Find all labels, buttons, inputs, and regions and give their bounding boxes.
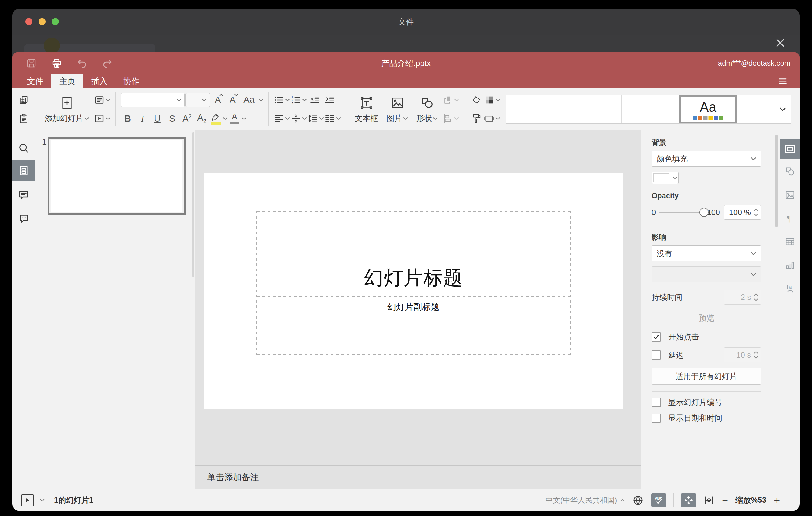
subscript-button[interactable]: A2 xyxy=(195,111,209,126)
change-case-button[interactable]: Aa xyxy=(240,92,263,108)
thumbnails-scrollbar[interactable] xyxy=(192,132,194,277)
superscript-button[interactable]: A2 xyxy=(180,111,194,126)
fit-to-slide-button[interactable] xyxy=(681,493,696,507)
tab-home[interactable]: 主页 xyxy=(51,74,83,88)
save-icon[interactable] xyxy=(26,58,37,69)
show-slide-number-checkbox[interactable]: 显示幻灯片编号 xyxy=(651,397,761,407)
theme-option-selected[interactable]: Aa xyxy=(679,95,737,123)
subtitle-placeholder[interactable]: 幻灯片副标题 xyxy=(256,297,571,355)
show-date-time-checkbox[interactable]: 显示日期和时间 xyxy=(651,413,761,423)
minimize-window-button[interactable] xyxy=(38,18,46,25)
bullets-button[interactable] xyxy=(274,92,290,108)
underline-button[interactable]: U xyxy=(150,111,165,126)
menu-icon[interactable] xyxy=(778,77,788,86)
title-placeholder[interactable]: 幻灯片标题 xyxy=(256,211,571,297)
increase-font-button[interactable]: A xyxy=(211,92,225,108)
start-slideshow-statusbar-button[interactable] xyxy=(21,494,34,506)
insert-shape-button[interactable]: 形状 xyxy=(413,91,441,128)
tab-insert[interactable]: 插入 xyxy=(83,74,115,88)
undo-icon[interactable] xyxy=(77,58,88,69)
font-size-select[interactable] xyxy=(185,93,210,107)
slide-size-button[interactable] xyxy=(484,111,500,126)
columns-icon xyxy=(324,113,335,124)
paste-button[interactable] xyxy=(17,111,31,126)
delay-checkbox[interactable]: 延迟 10 s xyxy=(651,347,761,362)
horizontal-align-button[interactable] xyxy=(274,111,290,126)
slide-thumbnail-1[interactable] xyxy=(48,137,186,215)
comments-icon[interactable] xyxy=(18,190,29,201)
vertical-align-button[interactable] xyxy=(291,111,307,126)
fit-to-width-icon[interactable] xyxy=(703,495,715,506)
add-slide-button[interactable]: 添加幻灯片 xyxy=(41,91,93,128)
start-on-click-checkbox[interactable]: 开始点击 xyxy=(651,332,761,342)
paragraph-settings-icon[interactable]: ¶ xyxy=(785,213,796,224)
chevron-down-icon[interactable] xyxy=(40,499,45,502)
slides-panel-toggle-active[interactable] xyxy=(12,160,35,181)
line-spacing-button[interactable] xyxy=(308,111,324,126)
font-color-button[interactable]: A xyxy=(228,111,246,126)
zoom-window-button[interactable] xyxy=(52,18,59,25)
close-window-button[interactable] xyxy=(25,18,32,25)
copy-style-button[interactable] xyxy=(469,111,484,126)
notes-area[interactable]: 单击添加备注 xyxy=(195,465,641,489)
language-selector[interactable]: 中文(中华人民共和国) xyxy=(546,495,625,505)
settings-scrollbar[interactable] xyxy=(775,135,778,227)
search-icon[interactable] xyxy=(18,143,29,154)
highlight-color-button[interactable] xyxy=(209,111,228,126)
theme-option[interactable] xyxy=(564,95,622,123)
decrease-indent-button[interactable] xyxy=(308,92,322,108)
apply-to-all-slides-button[interactable]: 适用于所有幻灯片 xyxy=(651,368,761,384)
opacity-input[interactable]: 100 % xyxy=(724,205,761,220)
slide-settings-tab-active[interactable] xyxy=(780,139,800,159)
image-settings-icon[interactable] xyxy=(785,190,796,201)
background-fill-select[interactable]: 颜色填充 xyxy=(651,151,761,167)
redo-icon[interactable] xyxy=(102,58,113,69)
copy-button[interactable] xyxy=(17,92,31,108)
slideshow-icon xyxy=(94,113,105,124)
bold-button[interactable]: B xyxy=(121,111,135,126)
tab-file[interactable]: 文件 xyxy=(19,74,51,88)
spell-check-toggle[interactable]: ABC xyxy=(651,493,666,507)
increase-indent-button[interactable] xyxy=(322,92,337,108)
opacity-slider[interactable] xyxy=(659,212,704,213)
clear-style-button[interactable] xyxy=(469,92,484,108)
italic-button[interactable]: I xyxy=(136,111,150,126)
theme-option[interactable] xyxy=(622,95,679,123)
print-icon[interactable] xyxy=(51,58,62,69)
font-name-select[interactable] xyxy=(121,93,185,107)
align-shape-button[interactable] xyxy=(443,111,459,126)
chat-icon[interactable] xyxy=(18,213,29,224)
transition-effect-select[interactable]: 没有 xyxy=(651,245,761,261)
main-area: 1 幻灯片标题 幻灯片副标题 单击添加备注 背景 xyxy=(12,130,800,489)
zoom-out-button[interactable]: − xyxy=(722,495,728,506)
stepper-arrows-icon xyxy=(754,292,758,303)
set-language-icon[interactable] xyxy=(632,494,644,506)
chevron-down-icon xyxy=(106,98,111,102)
zoom-in-button[interactable]: + xyxy=(774,495,780,506)
insert-image-button[interactable]: 图片 xyxy=(383,91,411,128)
insert-textbox-button[interactable]: 文本框 xyxy=(351,91,382,128)
theme-option[interactable] xyxy=(506,95,564,123)
table-settings-icon[interactable] xyxy=(785,236,796,247)
chart-settings-icon[interactable] xyxy=(785,260,796,271)
theme-gallery-expand-button[interactable] xyxy=(774,95,791,123)
opacity-slider-thumb[interactable] xyxy=(699,208,709,217)
tab-collaboration[interactable]: 协作 xyxy=(115,74,147,88)
slide-layout-button[interactable] xyxy=(94,92,111,108)
background-color-picker[interactable] xyxy=(651,172,679,184)
start-slideshow-button[interactable] xyxy=(94,111,111,126)
slide-position-info: 1的幻灯片1 xyxy=(54,495,93,505)
chevron-down-icon xyxy=(779,107,786,111)
textart-settings-icon[interactable]: Ta xyxy=(785,283,796,294)
close-icon[interactable] xyxy=(774,36,787,49)
shape-settings-icon[interactable] xyxy=(785,166,796,177)
arrange-shape-button[interactable] xyxy=(443,92,459,108)
strikethrough-button[interactable]: S xyxy=(165,111,179,126)
slide[interactable]: 幻灯片标题 幻灯片副标题 xyxy=(204,173,622,409)
theme-option[interactable] xyxy=(737,95,774,123)
columns-button[interactable] xyxy=(324,111,341,126)
stepper-arrows-icon[interactable] xyxy=(754,207,758,218)
numbering-button[interactable]: 123 xyxy=(291,92,307,108)
decrease-font-button[interactable]: A xyxy=(226,92,240,108)
color-scheme-button[interactable] xyxy=(484,92,500,108)
